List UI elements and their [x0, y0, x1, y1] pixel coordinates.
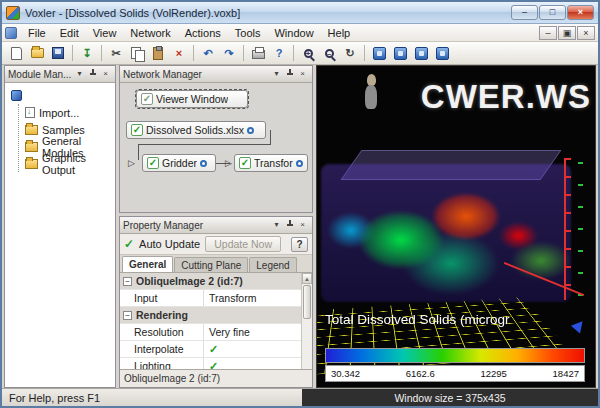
minimize-button[interactable]: – — [511, 5, 538, 20]
group-row-obliqueimage[interactable]: − ObliqueImage 2 (id:7) — [120, 273, 301, 290]
toolbar: ↧ ✂ × ↶ ↷ ? + – ↻ — [2, 42, 598, 65]
open-icon[interactable] — [27, 44, 47, 63]
viewer-window-3d[interactable]: CWER.WS Total Dissolved Solids (microgr … — [316, 65, 596, 388]
document-icon[interactable] — [5, 27, 17, 39]
maximize-button[interactable]: □ — [539, 5, 566, 20]
tree-item-import[interactable]: Import... — [25, 104, 113, 121]
output-port-icon[interactable] — [247, 127, 254, 134]
undo-icon[interactable]: ↶ — [198, 44, 218, 63]
close-panel-icon[interactable]: × — [99, 68, 112, 80]
paste-icon[interactable] — [148, 44, 168, 63]
menu-actions[interactable]: Actions — [178, 26, 228, 40]
node-label: Transform — [254, 157, 293, 169]
panel-menu-icon[interactable]: ▾ — [73, 68, 86, 80]
checkbox-checked-icon[interactable]: ✓ — [209, 360, 218, 370]
update-now-button[interactable]: Update Now — [205, 236, 281, 252]
menu-edit[interactable]: Edit — [53, 26, 86, 40]
module-tree: Import... Samples General Modules Graphi… — [5, 83, 115, 172]
menu-window[interactable]: Window — [267, 26, 320, 40]
rotate-view-icon[interactable]: ↻ — [340, 44, 360, 63]
property-row-resolution[interactable]: Resolution Very fine — [120, 324, 301, 341]
property-value[interactable]: Very fine — [204, 326, 301, 338]
property-scrollbar[interactable]: ▲ — [301, 273, 312, 369]
module-a-icon[interactable] — [369, 44, 389, 63]
help-icon[interactable]: ? — [269, 44, 289, 63]
module-c-icon[interactable] — [411, 44, 431, 63]
property-row-interpolate[interactable]: Interpolate ✓ — [120, 341, 301, 358]
zoom-out-icon[interactable]: – — [319, 44, 339, 63]
cut-icon[interactable]: ✂ — [106, 44, 126, 63]
zoom-in-icon[interactable]: + — [298, 44, 318, 63]
menu-tools[interactable]: Tools — [228, 26, 268, 40]
help-button[interactable]: ? — [291, 237, 308, 252]
network-manager-title: Network Manager — [123, 69, 270, 80]
titlebar[interactable]: Voxler - [Dissolved Solids (VolRender).v… — [2, 2, 598, 24]
network-manager-header[interactable]: Network Manager ▾ × — [120, 66, 312, 83]
node-dissolved-solids[interactable]: ✓ Dissolved Solids.xlsx — [126, 121, 266, 139]
scroll-up-icon[interactable]: ▲ — [302, 273, 312, 284]
print-icon[interactable] — [248, 44, 268, 63]
auto-update-label[interactable]: Auto Update — [139, 238, 200, 250]
collapse-icon[interactable]: − — [123, 277, 132, 286]
checkbox-checked-icon[interactable]: ✓ — [124, 237, 134, 251]
mdi-close-button[interactable]: × — [577, 26, 595, 40]
tab-legend[interactable]: Legend — [249, 257, 296, 272]
group-label: ObliqueImage 2 (id:7) — [136, 275, 243, 287]
output-port-icon[interactable] — [296, 160, 303, 167]
tab-cutting-plane[interactable]: Cutting Plane — [174, 257, 248, 272]
panel-menu-icon[interactable]: ▾ — [270, 219, 283, 231]
mdi-minimize-button[interactable]: – — [539, 26, 557, 40]
save-icon[interactable] — [48, 44, 68, 63]
auto-update-row: ✓ Auto Update Update Now ? — [120, 234, 312, 255]
node-gridder[interactable]: ✓ Gridder — [142, 154, 216, 172]
colorbar-label-2: 6162.6 — [406, 368, 435, 379]
axis-tick-marks — [578, 162, 583, 296]
checkbox-checked-icon[interactable]: ✓ — [141, 93, 153, 105]
status-window-size: Window size = 375x435 — [302, 389, 598, 406]
pin-icon[interactable] — [283, 219, 296, 231]
close-button[interactable]: × — [567, 5, 594, 20]
status-help-text: For Help, press F1 — [2, 389, 302, 406]
new-icon[interactable] — [6, 44, 26, 63]
tree-item-graphics-output[interactable]: Graphics Output — [25, 155, 113, 172]
menu-view[interactable]: View — [86, 26, 124, 40]
checkbox-checked-icon[interactable]: ✓ — [209, 343, 218, 356]
menu-file[interactable]: File — [21, 26, 53, 40]
collapse-icon[interactable]: − — [123, 311, 132, 320]
scrollbar-thumb[interactable] — [303, 285, 311, 319]
module-manager-title: Module Man... — [8, 69, 73, 80]
copy-icon[interactable] — [127, 44, 147, 63]
checkbox-checked-icon[interactable]: ✓ — [147, 157, 159, 169]
checkbox-checked-icon[interactable]: ✓ — [239, 157, 251, 169]
panel-menu-icon[interactable]: ▾ — [270, 68, 283, 80]
property-value[interactable]: Transform — [204, 292, 301, 304]
import-icon[interactable]: ↧ — [77, 44, 97, 63]
network-canvas[interactable]: ✓ Viewer Window ✓ Dissolved Solids.xlsx … — [120, 83, 312, 212]
property-tabs: General Cutting Plane Legend — [120, 255, 312, 273]
checkbox-checked-icon[interactable]: ✓ — [131, 124, 143, 136]
module-b-icon[interactable] — [390, 44, 410, 63]
property-row-lighting[interactable]: Lighting ✓ — [120, 358, 301, 369]
module-manager-header[interactable]: Module Man... ▾ × — [5, 66, 115, 83]
redo-icon[interactable]: ↷ — [219, 44, 239, 63]
pin-icon[interactable] — [283, 68, 296, 80]
y-axis — [564, 158, 571, 300]
delete-icon[interactable]: × — [169, 44, 189, 63]
group-row-rendering[interactable]: − Rendering — [120, 307, 301, 324]
property-manager-header[interactable]: Property Manager ▾ × — [120, 217, 312, 234]
menu-help[interactable]: Help — [321, 26, 358, 40]
close-panel-icon[interactable]: × — [296, 68, 309, 80]
tab-general[interactable]: General — [122, 256, 173, 272]
property-row-input[interactable]: Input Transform — [120, 290, 301, 307]
folder-icon — [25, 142, 38, 152]
tree-root[interactable] — [11, 87, 113, 104]
module-d-icon[interactable] — [432, 44, 452, 63]
close-panel-icon[interactable]: × — [296, 219, 309, 231]
property-label: Resolution — [120, 324, 204, 340]
mdi-restore-button[interactable]: ▣ — [558, 26, 576, 40]
output-port-icon[interactable] — [200, 160, 207, 167]
pin-icon[interactable] — [86, 68, 99, 80]
menu-network[interactable]: Network — [123, 26, 177, 40]
node-transform[interactable]: ✓ Transform — [234, 154, 308, 172]
node-viewer-window[interactable]: ✓ Viewer Window — [136, 90, 248, 108]
